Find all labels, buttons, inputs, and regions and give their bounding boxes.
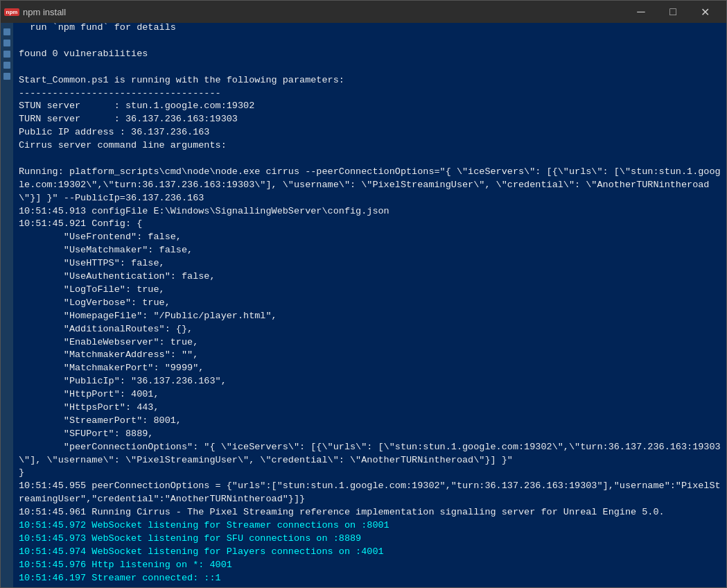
- terminal-line: Public IP address : 36.137.236.163: [19, 126, 721, 139]
- terminal-line: "UseHTTPS": false,: [19, 257, 721, 270]
- terminal-line: "peerConnectionOptions": "{ \"iceServers…: [19, 441, 721, 467]
- sidebar-icon-2[interactable]: [3, 40, 10, 46]
- terminal-line: 10:51:46.197 Streamer connected: ::1: [19, 572, 721, 585]
- terminal-line: ------------------------------------: [19, 87, 721, 101]
- terminal-line: "PublicIp": "36.137.236.163",: [19, 375, 721, 388]
- terminal-line: found 0 vulnerabilities: [19, 48, 721, 61]
- terminal-line: }: [19, 467, 721, 480]
- terminal-line: 10:51:45.913 configFile E:\Windows\Signa…: [19, 205, 721, 218]
- terminal-line: "UseMatchmaker": false,: [19, 244, 721, 257]
- terminal-line: TURN server : 36.137.236.163:19303: [19, 113, 721, 126]
- npm-icon: npm: [6, 6, 17, 17]
- terminal-line: [19, 35, 721, 48]
- terminal-line: 10:51:45.921 Config: {: [19, 218, 721, 231]
- terminal-line: Running: platform_scripts\cmd\node\node.…: [19, 166, 721, 205]
- terminal-line: "AdditionalRoutes": {},: [19, 323, 721, 336]
- left-sidebar: [1, 23, 13, 587]
- terminal-wrapper: v16.4.2CoTURN directory found...skipping…: [1, 23, 726, 587]
- sidebar-icon-1[interactable]: [3, 28, 10, 35]
- terminal-line: [19, 153, 721, 166]
- terminal-line: "MatchmakerPort": "9999",: [19, 362, 721, 375]
- title-bar: npm npm install ─ □ ✕: [1, 1, 726, 23]
- terminal-line: "SFUPort": 8889,: [19, 428, 721, 441]
- terminal-line: "LogVerbose": true,: [19, 297, 721, 310]
- terminal-line: Cirrus server command line arguments:: [19, 139, 721, 153]
- terminal-line: "EnableWebserver": true,: [19, 336, 721, 349]
- terminal-line: "HomepageFile": "/Public/player.html",: [19, 310, 721, 323]
- terminal-line: "HttpsPort": 443,: [19, 401, 721, 415]
- main-window: npm npm install ─ □ ✕ v16.4.2CoTURN dire…: [0, 0, 727, 588]
- terminal-line: "LogToFile": true,: [19, 284, 721, 297]
- terminal-line: [19, 61, 721, 74]
- sidebar-icon-5[interactable]: [3, 73, 10, 80]
- terminal-line: "UseAuthentication": false,: [19, 270, 721, 284]
- terminal-line: "StreamerPort": 8001,: [19, 415, 721, 428]
- terminal-output[interactable]: v16.4.2CoTURN directory found...skipping…: [13, 23, 726, 587]
- title-bar-left: npm npm install: [6, 6, 66, 17]
- minimize-button[interactable]: ─: [625, 1, 657, 23]
- terminal-line: "UseFrontend": false,: [19, 231, 721, 244]
- title-bar-controls: ─ □ ✕: [625, 1, 721, 23]
- terminal-line: Start_Common.ps1 is running with the fol…: [19, 74, 721, 87]
- terminal-line: 10:51:45.961 Running Cirrus - The Pixel …: [19, 506, 721, 519]
- terminal-line: 10:51:45.973 WebSocket listening for SFU…: [19, 533, 721, 546]
- terminal-line: "HttpPort": 4001,: [19, 388, 721, 401]
- window-title: npm install: [23, 7, 66, 17]
- terminal-line: 10:51:45.974 WebSocket listening for Pla…: [19, 546, 721, 559]
- terminal-line: STUN server : stun.1.google.com:19302: [19, 100, 721, 113]
- sidebar-icon-4[interactable]: [3, 62, 10, 69]
- terminal-line: "MatchmakerAddress": "",: [19, 349, 721, 362]
- terminal-line: 10:51:45.972 WebSocket listening for Str…: [19, 519, 721, 533]
- sidebar-icon-3[interactable]: [3, 51, 10, 58]
- terminal-line: 10:51:45.976 Http listening on *: 4001: [19, 559, 721, 572]
- close-button[interactable]: ✕: [689, 1, 721, 23]
- terminal-line: run `npm fund` for details: [19, 23, 721, 35]
- maximize-button[interactable]: □: [657, 1, 689, 23]
- terminal-line: 10:51:45.955 peerConnectionOptions = {"u…: [19, 480, 721, 506]
